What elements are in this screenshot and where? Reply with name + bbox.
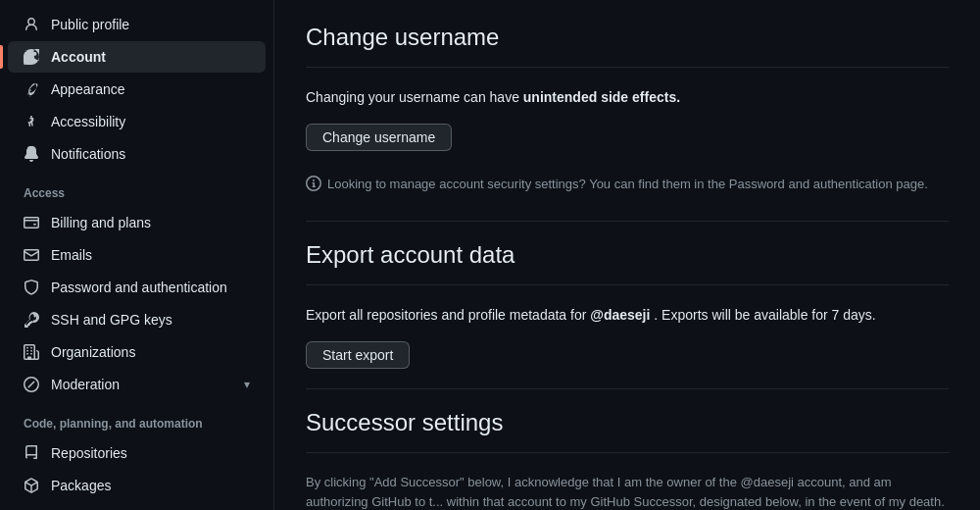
person-icon (24, 17, 41, 32)
sidebar-item-label: Packages (51, 478, 111, 493)
sidebar-item-packages[interactable]: Packages (8, 470, 266, 501)
repo-icon (24, 445, 41, 461)
key-icon (24, 312, 41, 328)
sidebar-item-notifications[interactable]: Notifications (8, 138, 266, 170)
successor-description: By clicking "Add Successor" below, I ack… (306, 473, 949, 511)
successor-title: Successor settings (306, 409, 949, 453)
info-text: Looking to manage account security setti… (327, 175, 928, 194)
sidebar-item-label: Emails (51, 247, 92, 263)
change-username-title: Change username (306, 24, 949, 68)
sidebar-item-account[interactable]: Account (8, 41, 266, 73)
sidebar-item-password[interactable]: Password and authentication (8, 272, 266, 303)
export-desc-after: . Exports will be available for 7 days. (654, 307, 875, 323)
info-line: Looking to manage account security setti… (306, 175, 949, 197)
package-icon (24, 478, 41, 493)
export-username: @daeseji (590, 307, 650, 323)
org-icon (24, 344, 41, 360)
export-desc-before: Export all repositories and profile meta… (306, 307, 586, 323)
moderation-icon (24, 377, 41, 392)
gear-icon (24, 49, 41, 65)
sidebar-item-label: Appearance (51, 81, 125, 97)
sidebar-item-label: Account (51, 49, 106, 65)
sidebar-item-billing[interactable]: Billing and plans (8, 207, 266, 238)
sidebar-item-accessibility[interactable]: Accessibility (8, 106, 266, 137)
description-before: Changing your username can have (306, 89, 519, 105)
shield-icon (24, 280, 41, 295)
divider-2 (306, 388, 949, 389)
info-icon (306, 176, 321, 197)
description-bold: unintended side effects. (523, 89, 680, 105)
sidebar-item-label: Password and authentication (51, 280, 227, 295)
export-description: Export all repositories and profile meta… (306, 305, 949, 326)
chevron-down-icon: ▾ (244, 378, 250, 391)
bell-icon (24, 146, 41, 162)
sidebar-item-appearance[interactable]: Appearance (8, 74, 266, 105)
sidebar-item-label: Billing and plans (51, 215, 151, 230)
sidebar-item-label: Public profile (51, 17, 129, 32)
change-username-button[interactable]: Change username (306, 124, 452, 151)
main-content: Change username Changing your username c… (274, 0, 980, 510)
sidebar-item-moderation[interactable]: Moderation ▾ (8, 369, 266, 400)
paintbrush-icon (24, 81, 41, 97)
sidebar-item-repositories[interactable]: Repositories (8, 437, 266, 469)
mail-icon (24, 247, 41, 263)
billing-icon (24, 215, 41, 230)
sidebar-item-public-profile[interactable]: Public profile (8, 9, 266, 40)
divider-1 (306, 221, 949, 222)
sidebar-item-emails[interactable]: Emails (8, 239, 266, 271)
sidebar-item-label: Notifications (51, 146, 125, 162)
export-title: Export account data (306, 241, 949, 285)
sidebar-item-organizations[interactable]: Organizations (8, 336, 266, 368)
sidebar-item-label: Organizations (51, 344, 135, 360)
sidebar-item-ssh[interactable]: SSH and GPG keys (8, 304, 266, 335)
accessibility-icon (24, 114, 41, 129)
sidebar-item-label: SSH and GPG keys (51, 312, 172, 328)
change-username-description: Changing your username can have unintend… (306, 87, 949, 108)
sidebar-item-label: Accessibility (51, 114, 125, 129)
start-export-button[interactable]: Start export (306, 341, 410, 369)
sidebar-item-label: Moderation (51, 377, 120, 392)
section-code-label: Code, planning, and automation (0, 401, 273, 436)
section-access-label: Access (0, 171, 273, 206)
sidebar: Public profile Account Appearance Access… (0, 0, 274, 510)
sidebar-item-label: Repositories (51, 445, 127, 461)
